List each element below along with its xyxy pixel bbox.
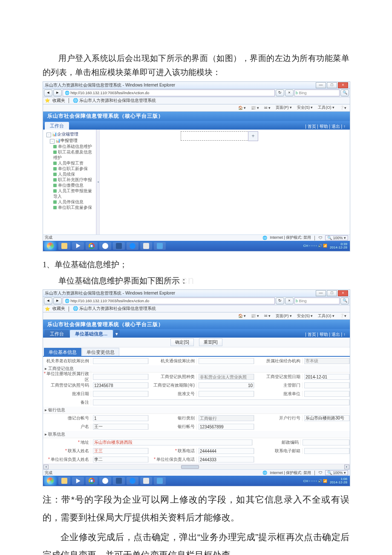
input-retire-ratio[interactable] xyxy=(93,358,148,364)
page-menu[interactable]: 页面(P) ▾ xyxy=(274,105,294,110)
input-approve-date[interactable] xyxy=(93,391,148,397)
add-tab-button[interactable]: + xyxy=(248,131,258,141)
feeds-icon[interactable]: 📰 ▾ xyxy=(249,106,261,110)
start-button[interactable] xyxy=(44,241,57,251)
minimize-button[interactable]: — xyxy=(316,290,326,296)
tree-item[interactable]: 人员停保信息 xyxy=(44,199,95,205)
search-box[interactable]: b Bing xyxy=(294,90,340,96)
splitter-handle[interactable]: ◂ xyxy=(96,130,100,234)
reset-button[interactable]: 重置[R] xyxy=(199,338,222,346)
input-name[interactable] xyxy=(93,424,148,430)
input-contact[interactable] xyxy=(93,448,148,454)
taskbar-app[interactable] xyxy=(140,242,152,250)
select-region[interactable] xyxy=(93,374,148,380)
back-button[interactable]: ◄ xyxy=(44,298,52,304)
taskbar-chrome[interactable] xyxy=(86,242,98,250)
taskbar-chrome[interactable] xyxy=(86,477,98,485)
input-acct[interactable] xyxy=(93,415,148,421)
app-right-nav[interactable]: | 首页 | 帮助 | 退出 | ↑ xyxy=(305,124,348,130)
input-bankacct[interactable] xyxy=(199,424,254,430)
tools-menu[interactable]: 工具(O) ▾ xyxy=(316,105,336,110)
taskbar-app[interactable] xyxy=(140,477,152,485)
forward-button[interactable]: ► xyxy=(53,298,62,304)
taskbar-media[interactable] xyxy=(72,477,84,485)
input-addr[interactable] xyxy=(93,439,252,445)
input-ssname[interactable] xyxy=(93,457,148,462)
address-bar[interactable]: 🌐 http://10.160.132.110:7003/lssi/indexA… xyxy=(63,90,275,96)
input-license[interactable] xyxy=(93,382,148,388)
input-approve-unit[interactable] xyxy=(304,391,349,397)
minimize-button[interactable]: — xyxy=(316,82,326,88)
taskbar-qq[interactable] xyxy=(99,477,111,485)
favorites-label[interactable]: 收藏夹 xyxy=(52,98,65,104)
favorite-link[interactable]: 🌐 乐山市人力资源和社会保障信息管理系统 xyxy=(73,306,156,312)
mail-icon[interactable]: ✉ ▾ xyxy=(262,314,273,318)
refresh-button[interactable]: ↻ xyxy=(276,90,284,96)
favorites-icon[interactable]: ⭐ xyxy=(45,98,50,103)
input-dept[interactable] xyxy=(304,382,349,388)
select-biztype[interactable] xyxy=(199,374,254,380)
search-box[interactable]: b Bing xyxy=(294,298,340,304)
search-button[interactable]: 🔍 xyxy=(340,298,349,304)
feeds-icon[interactable]: 📰 ▾ xyxy=(249,314,261,318)
tools-menu[interactable]: 工具(O) ▾ xyxy=(316,313,336,319)
address-bar[interactable]: 🌐 http://10.160.132.110:7003/lssi/indexA… xyxy=(63,298,275,304)
subtab-basic[interactable]: 单位基本信息 xyxy=(44,348,81,356)
input-valid[interactable] xyxy=(199,382,254,388)
input-email[interactable] xyxy=(304,448,349,454)
taskbar-word[interactable] xyxy=(113,477,125,485)
refresh-button[interactable]: ↻ xyxy=(276,298,284,304)
zoom-control[interactable]: 🔍 100% ▾ xyxy=(325,470,348,475)
tab-workbench[interactable]: 工作台 xyxy=(45,330,69,338)
tree-item[interactable]: 单位缴费信息 xyxy=(44,183,95,188)
input-zip[interactable] xyxy=(303,439,349,445)
tree-item[interactable]: 单位职工新参保 xyxy=(44,166,95,172)
tree-item[interactable]: 职工花名册及信息维护 xyxy=(44,150,95,161)
stop-button[interactable]: × xyxy=(285,298,294,304)
stop-button[interactable]: × xyxy=(285,90,294,96)
taskbar-ie[interactable] xyxy=(127,477,138,485)
system-tray[interactable]: CH ▫ ▫ ▫ ▫ 🔊 📶 1:062014-12-28 xyxy=(303,477,349,484)
input-issuedate[interactable] xyxy=(304,374,349,380)
taskbar-qq[interactable] xyxy=(99,242,111,250)
confirm-button[interactable]: 确定[S] xyxy=(170,338,193,346)
tree-item[interactable]: 职工补充医疗申报 xyxy=(44,177,95,183)
input-approve-no[interactable] xyxy=(199,391,254,397)
mail-icon[interactable]: ✉ ▾ xyxy=(262,106,273,110)
app-right-nav[interactable]: | 首页 | 帮助 | 退出 | ↑ xyxy=(305,332,348,338)
back-button[interactable]: ◄ xyxy=(44,90,52,96)
tab-dropdown[interactable]: ▾ xyxy=(114,330,120,338)
subtab-change[interactable]: 单位变更信息 xyxy=(82,348,119,356)
input-ssphone[interactable] xyxy=(199,457,254,462)
taskbar-app[interactable] xyxy=(154,242,166,250)
input-branch[interactable] xyxy=(304,415,349,421)
taskbar-explorer[interactable] xyxy=(58,242,70,250)
input-remark[interactable] xyxy=(93,399,349,405)
taskbar-app[interactable] xyxy=(154,477,166,485)
horizontal-scrollbar[interactable]: ◂▸ xyxy=(43,464,350,469)
tree-item[interactable]: 人员工资申报批量导入 xyxy=(44,188,95,199)
help-icon[interactable]: ❔▾ xyxy=(338,106,348,110)
close-button[interactable]: × xyxy=(338,290,348,296)
favorites-label[interactable]: 收藏夹 xyxy=(52,306,65,312)
tree-item[interactable]: 单位职工批量参保 xyxy=(44,205,95,211)
favorite-link[interactable]: 🌐 乐山市人力资源和社会保障信息管理系统 xyxy=(73,98,156,104)
maximize-button[interactable]: □ xyxy=(327,290,337,296)
safety-menu[interactable]: 安全(S) ▾ xyxy=(295,313,315,319)
tree-sub[interactable]: -📊申报管理 xyxy=(44,138,95,144)
system-tray[interactable]: CH ▫ ▫ ▫ ▫ 🔊 📶 0:392014-12-28 xyxy=(303,243,349,249)
tree-item[interactable]: 人员申报工资 xyxy=(44,161,95,166)
zoom-control[interactable]: 🔍 100% ▾ xyxy=(325,235,348,240)
safety-menu[interactable]: 安全(S) ▾ xyxy=(295,105,315,110)
close-button[interactable]: × xyxy=(338,82,348,88)
home-icon[interactable]: 🏠 ▾ xyxy=(236,106,248,110)
maximize-button[interactable]: □ xyxy=(327,82,337,88)
forward-button[interactable]: ► xyxy=(53,90,62,96)
tree-root[interactable]: -📊企业端管理 xyxy=(44,131,95,138)
start-button[interactable] xyxy=(44,476,57,486)
taskbar-explorer[interactable] xyxy=(58,477,70,485)
input-phone[interactable] xyxy=(199,448,254,454)
favorites-icon[interactable]: ⭐ xyxy=(45,306,50,311)
taskbar-word[interactable] xyxy=(113,242,125,250)
home-icon[interactable]: 🏠 ▾ xyxy=(236,314,248,318)
